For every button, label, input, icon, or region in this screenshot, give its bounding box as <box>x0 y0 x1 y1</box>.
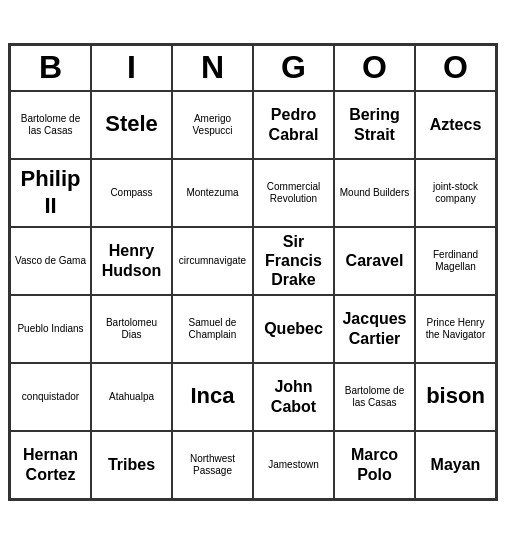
grid-cell-r2-c0: Vasco de Gama <box>10 227 91 295</box>
header-cell-i1: I <box>91 45 172 90</box>
grid-cell-r4-c0: conquistador <box>10 363 91 431</box>
grid-cell-r2-c4: Caravel <box>334 227 415 295</box>
grid-cell-r2-c1: Henry Hudson <box>91 227 172 295</box>
header-cell-o5: O <box>415 45 496 90</box>
grid-cell-r1-c3: Commercial Revolution <box>253 159 334 227</box>
grid-cell-r5-c5: Mayan <box>415 431 496 499</box>
bingo-grid: Bartolome de las CasasSteleAmerigo Vespu… <box>10 91 496 499</box>
grid-cell-r5-c3: Jamestown <box>253 431 334 499</box>
grid-cell-r5-c0: Hernan Cortez <box>10 431 91 499</box>
grid-cell-r3-c1: Bartolomeu Dias <box>91 295 172 363</box>
grid-cell-r0-c1: Stele <box>91 91 172 159</box>
grid-cell-r3-c2: Samuel de Champlain <box>172 295 253 363</box>
header-cell-g3: G <box>253 45 334 90</box>
grid-cell-r1-c5: joint-stock company <box>415 159 496 227</box>
grid-cell-r4-c3: John Cabot <box>253 363 334 431</box>
grid-cell-r2-c2: circumnavigate <box>172 227 253 295</box>
grid-cell-r2-c5: Ferdinand Magellan <box>415 227 496 295</box>
bingo-card: BINGOO Bartolome de las CasasSteleAmerig… <box>8 43 498 500</box>
grid-cell-r5-c2: Northwest Passage <box>172 431 253 499</box>
grid-cell-r3-c3: Quebec <box>253 295 334 363</box>
grid-cell-r5-c4: Marco Polo <box>334 431 415 499</box>
grid-cell-r1-c0: Philip II <box>10 159 91 227</box>
grid-cell-r0-c0: Bartolome de las Casas <box>10 91 91 159</box>
header-cell-b0: B <box>10 45 91 90</box>
header-cell-n2: N <box>172 45 253 90</box>
grid-cell-r3-c0: Pueblo Indians <box>10 295 91 363</box>
header-cell-o4: O <box>334 45 415 90</box>
grid-cell-r5-c1: Tribes <box>91 431 172 499</box>
bingo-header: BINGOO <box>10 45 496 90</box>
grid-cell-r0-c3: Pedro Cabral <box>253 91 334 159</box>
grid-cell-r0-c4: Bering Strait <box>334 91 415 159</box>
grid-cell-r4-c2: Inca <box>172 363 253 431</box>
grid-cell-r1-c1: Compass <box>91 159 172 227</box>
grid-cell-r1-c2: Montezuma <box>172 159 253 227</box>
grid-cell-r3-c4: Jacques Cartier <box>334 295 415 363</box>
grid-cell-r3-c5: Prince Henry the Navigator <box>415 295 496 363</box>
grid-cell-r2-c3: Sir Francis Drake <box>253 227 334 295</box>
grid-cell-r1-c4: Mound Builders <box>334 159 415 227</box>
grid-cell-r4-c5: bison <box>415 363 496 431</box>
grid-cell-r4-c1: Atahualpa <box>91 363 172 431</box>
grid-cell-r4-c4: Bartolome de las Casas <box>334 363 415 431</box>
grid-cell-r0-c5: Aztecs <box>415 91 496 159</box>
grid-cell-r0-c2: Amerigo Vespucci <box>172 91 253 159</box>
